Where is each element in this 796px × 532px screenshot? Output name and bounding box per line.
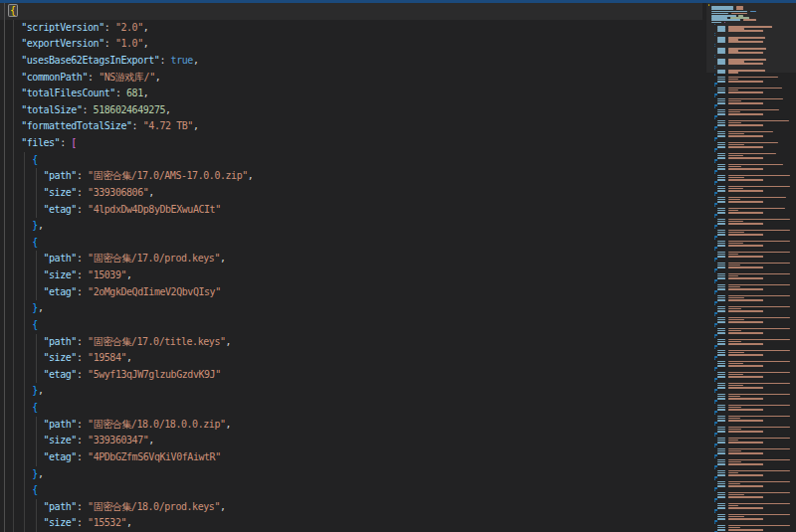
minimap-line-segment: [717, 241, 726, 243]
code-line[interactable]: {: [0, 317, 702, 334]
minimap-line-segment: [717, 256, 726, 258]
json-string-value: 15039: [94, 269, 121, 280]
json-string-value: 固密合集/18.0/prod.keys: [94, 501, 215, 512]
code-line[interactable]: "formattedTotalSize": "4.72 TB",: [0, 118, 702, 135]
json-comma: ,: [38, 385, 44, 396]
indent-guide: [24, 218, 25, 235]
minimap-line-segment: [728, 376, 763, 378]
code-line[interactable]: "path": "固密合集/17.0/prod.keys",: [0, 251, 702, 267]
minimap-line-segment: [717, 164, 726, 166]
json-key: size: [49, 187, 71, 198]
json-string-value: 4lpdxDw4Dp8yDbEXwuACIt: [94, 204, 216, 215]
code-line[interactable]: "totalFilesCount": 681,: [0, 86, 702, 102]
code-line[interactable]: "size": "15039",: [0, 267, 702, 284]
code-line[interactable]: {: [0, 235, 702, 252]
json-key: path: [49, 170, 71, 181]
code-line[interactable]: "totalSize": 5186024649275,: [0, 102, 702, 119]
json-comma: ,: [38, 468, 44, 479]
minimap-line-segment: [717, 230, 726, 232]
code-line[interactable]: {: [0, 482, 702, 499]
json-comma: ,: [193, 55, 199, 66]
code-line[interactable]: "etag": "4PDbGZfmS6VqKiV0fAiwtR": [0, 449, 702, 466]
minimap-line-segment: [717, 295, 726, 297]
indent-guide: [24, 235, 25, 252]
code-line[interactable]: },: [0, 383, 702, 400]
minimap-slider[interactable]: [706, 3, 796, 73]
indent-guide: [13, 70, 14, 87]
json-comma: ,: [248, 170, 254, 181]
code-line[interactable]: "size": "339360347",: [0, 433, 702, 449]
code-line[interactable]: "scriptVersion": "2.0",: [0, 20, 702, 37]
code-line[interactable]: "etag": "2oMgkDeQdIimeV2QbvQIsy": [0, 284, 702, 301]
minimap-line-segment: [717, 416, 726, 418]
array-open-bracket: [: [71, 137, 77, 148]
indent-guide: [13, 118, 14, 135]
minimap[interactable]: [706, 0, 796, 532]
minimap-line-segment: [728, 146, 763, 148]
code-line[interactable]: "etag": "5wyf13qJW7glzubGzdvK9J": [0, 367, 702, 384]
code-line[interactable]: "path": "固密合集/17.0/AMS-17.0.0.zip",: [0, 168, 702, 185]
indent-guide: [36, 251, 37, 267]
minimap-line-segment: [717, 197, 726, 199]
minimap-line-segment: [714, 511, 715, 513]
code-line[interactable]: "exportVersion": "1.0",: [0, 36, 702, 53]
json-comma: ,: [226, 419, 232, 430]
indent-guide: [36, 185, 37, 202]
minimap-line-segment: [714, 369, 715, 371]
minimap-line-segment: [728, 339, 790, 341]
code-line[interactable]: "path": "固密合集/18.0/18.0.0.zip",: [0, 417, 702, 434]
minimap-line-segment: [717, 310, 726, 312]
minimap-line-segment: [717, 485, 726, 487]
minimap-line-segment: [728, 241, 790, 243]
code-line[interactable]: "size": "339306806",: [0, 185, 702, 202]
code-line[interactable]: },: [0, 218, 702, 235]
code-line[interactable]: "size": "15532",: [0, 515, 702, 532]
indent-guide: [13, 466, 14, 483]
indent-guide: [13, 86, 14, 102]
minimap-line-segment: [728, 186, 790, 188]
minimap-line-segment: [714, 413, 715, 415]
minimap-line-segment: [728, 219, 790, 221]
code-line[interactable]: {: [0, 152, 702, 169]
code-line[interactable]: },: [0, 466, 702, 483]
minimap-line-segment: [717, 284, 726, 286]
code-line[interactable]: "etag": "4lpdxDw4Dp8yDbEXwuACIt": [0, 202, 702, 219]
json-string-value: 4PDbGZfmS6VqKiV0fAiwtR: [94, 451, 216, 462]
code-line[interactable]: {: [0, 3, 702, 20]
minimap-line-segment: [728, 459, 790, 461]
code-line[interactable]: "path": "固密合集/17.0/title.keys",: [0, 334, 702, 351]
minimap-line-segment: [717, 299, 726, 301]
minimap-line-segment: [728, 263, 790, 265]
minimap-line-segment: [714, 500, 715, 502]
minimap-line-segment: [728, 514, 790, 516]
minimap-line-segment: [717, 354, 726, 356]
minimap-line-segment: [717, 153, 726, 155]
minimap-line-segment: [714, 238, 715, 240]
code-line[interactable]: },: [0, 300, 702, 317]
indent-guide: [13, 152, 14, 169]
minimap-line-segment: [717, 372, 726, 374]
code-editor[interactable]: { "scriptVersion": "2.0", "exportVersion…: [0, 0, 702, 532]
indent-guide: [13, 36, 14, 53]
code-line[interactable]: "files": [: [0, 135, 702, 152]
code-line[interactable]: "usesBase62EtagsInExport": true,: [0, 53, 702, 70]
indent-guide: [13, 400, 14, 417]
indent-guide: [13, 417, 14, 434]
indent-guide: [24, 267, 25, 284]
json-comma: ,: [148, 435, 154, 445]
code-line[interactable]: "size": "19584",: [0, 350, 702, 367]
code-line[interactable]: {: [0, 400, 702, 417]
minimap-line-segment: [728, 131, 773, 133]
minimap-line-segment: [717, 470, 726, 472]
code-line[interactable]: "commonPath": "NS游戏库/",: [0, 70, 702, 87]
minimap-line-segment: [728, 273, 790, 275]
indent-guide: [13, 135, 14, 152]
code-line[interactable]: "path": "固密合集/18.0/prod.keys",: [0, 499, 702, 516]
indent-guide: [36, 267, 37, 284]
json-colon: :: [77, 501, 88, 512]
minimap-line-segment: [728, 77, 777, 79]
indent-guide: [36, 499, 37, 516]
minimap-line-segment: [728, 179, 763, 181]
indent-guide: [13, 334, 14, 351]
json-colon: :: [77, 269, 88, 280]
